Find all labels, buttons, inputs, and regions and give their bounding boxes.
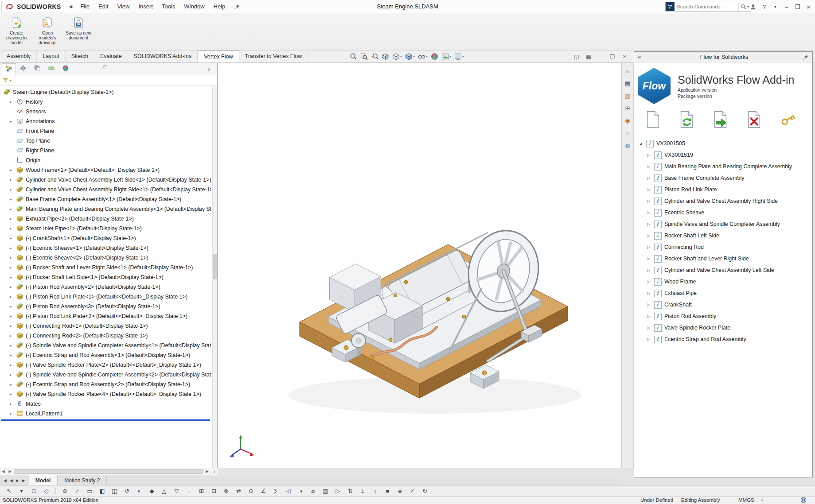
- feature-tree-item[interactable]: ▸LocalLPattern1: [0, 409, 211, 419]
- open-models-drawings-button[interactable]: Open models's drawings: [33, 16, 62, 45]
- last-study-tab-icon[interactable]: ▶: [22, 478, 25, 483]
- restore-button[interactable]: ❒: [792, 0, 803, 13]
- tab-featuremanager-design-tree[interactable]: [2, 63, 16, 75]
- help-icon[interactable]: ?: [759, 0, 770, 13]
- flow-tree-item[interactable]: ▷iCrankShaft: [634, 299, 812, 310]
- flow-tree-item[interactable]: ▷iExhuast Pipe: [634, 287, 812, 299]
- viewport-close-icon[interactable]: ×: [620, 54, 628, 60]
- draft-analysis-icon[interactable]: ▷: [332, 487, 343, 496]
- feature-tree-item[interactable]: ▸(-) Piston Rod Link Plate<1> (Default<<…: [0, 292, 211, 302]
- expand-arrow-icon[interactable]: ▸: [10, 256, 16, 260]
- assembly-features-icon[interactable]: ◆: [146, 487, 157, 496]
- expand-arrow-icon[interactable]: ▷: [646, 256, 651, 261]
- expand-arrow-icon[interactable]: ▸: [10, 236, 16, 240]
- custom-properties-icon[interactable]: ≡: [623, 128, 632, 138]
- select-tool-icon[interactable]: ↖: [4, 487, 15, 496]
- flow-tree-item[interactable]: ▷iRocker Shaft Left Side: [634, 230, 812, 241]
- display-style-caret-icon[interactable]: ▾: [413, 54, 415, 58]
- expand-arrow-icon[interactable]: ▸: [10, 343, 16, 348]
- menu-window[interactable]: Window: [179, 0, 209, 13]
- feature-tree-item[interactable]: ▸(-) Rocker Shaft and Lever Right Side<1…: [0, 263, 211, 272]
- expand-arrow-icon[interactable]: ▸: [10, 402, 16, 406]
- filter-caret-icon[interactable]: ▾: [10, 78, 12, 82]
- scroll-right-end-icon[interactable]: ▶: [204, 469, 211, 473]
- expand-arrow-icon[interactable]: ▷: [646, 199, 651, 203]
- feature-tree-item[interactable]: ▸Mates: [0, 399, 211, 409]
- flow-tree-item[interactable]: ▷iPiston Rod Link Plate: [634, 184, 812, 195]
- panel-collapse-icon[interactable]: «: [638, 54, 646, 60]
- flow-tree-item[interactable]: ▷iWood Frame: [634, 276, 812, 287]
- expanded-arrow-icon[interactable]: ◢: [638, 141, 643, 146]
- search-commands-box[interactable]: ▾: [665, 2, 751, 12]
- expand-arrow-icon[interactable]: ▸: [10, 314, 16, 318]
- sensor-tool-icon[interactable]: ◑: [295, 487, 306, 496]
- expand-arrow-icon[interactable]: ▸: [10, 372, 16, 377]
- rotate-component-icon[interactable]: ↺: [121, 487, 133, 496]
- expand-arrow-icon[interactable]: ▸: [10, 382, 16, 387]
- feature-tree-item[interactable]: ▸Steam Inlet Pipe<1> (Default<Display St…: [0, 224, 211, 233]
- previous-view-icon[interactable]: [371, 53, 378, 60]
- expand-arrow-icon[interactable]: ▷: [646, 326, 651, 330]
- tab-assembly[interactable]: Assembly: [1, 50, 37, 62]
- selection-filter-toggle-icon[interactable]: ◇: [41, 487, 52, 496]
- solidworks-resources-icon[interactable]: ⌂: [623, 66, 632, 76]
- undercut-analysis-icon[interactable]: ⇅: [345, 487, 356, 496]
- expand-arrow-icon[interactable]: ▸: [10, 178, 16, 182]
- expand-arrow-icon[interactable]: ▸: [10, 324, 16, 328]
- viewport-minimize-icon[interactable]: –: [597, 54, 604, 60]
- flow-tree-root[interactable]: ◢iVX3001505: [634, 138, 812, 149]
- symmetry-check-icon[interactable]: ↕: [370, 487, 381, 496]
- display-style-icon[interactable]: ▾: [405, 53, 415, 60]
- new-motion-study-icon[interactable]: ▽: [171, 487, 182, 496]
- feature-panel-hscrollbar[interactable]: ◀ ▶ ▶ ›: [0, 468, 218, 475]
- expand-arrow-icon[interactable]: ▷: [646, 268, 651, 272]
- expand-arrow-icon[interactable]: ▸: [10, 246, 16, 250]
- tree-filter-row[interactable]: ▾: [0, 75, 217, 86]
- expand-arrow-icon[interactable]: ▸: [10, 411, 16, 416]
- next-study-tab-icon[interactable]: ▶: [16, 478, 19, 483]
- hscrollbar-thumb[interactable]: [14, 469, 203, 474]
- feature-tree-item[interactable]: ▸(-) Ecentric Strap and Rod Assembly<1> …: [0, 350, 211, 360]
- feature-tree-item[interactable]: ▸(-) Piston Rod Assembly<2> (Default<Dis…: [0, 282, 211, 292]
- scroll-right-icon[interactable]: ▶: [7, 469, 13, 473]
- solidworks-forum-icon[interactable]: ◍: [623, 141, 632, 150]
- expand-arrow-icon[interactable]: ▸: [10, 119, 16, 124]
- expand-arrow-icon[interactable]: ▷: [646, 222, 651, 226]
- expand-arrow-icon[interactable]: ▸: [10, 333, 16, 338]
- explode-line-sketch-icon[interactable]: ⊟: [208, 487, 219, 496]
- expand-arrow-icon[interactable]: ▸: [10, 392, 16, 396]
- feature-tree-item[interactable]: ▸(-) Ecentric Sheave<1> (Default<Display…: [0, 243, 211, 253]
- feature-tree-scrollbar[interactable]: [212, 86, 217, 468]
- expand-arrow-icon[interactable]: ▷: [646, 245, 651, 249]
- expand-arrow-icon[interactable]: ▷: [646, 291, 651, 295]
- compare-documents-icon[interactable]: ◈: [394, 487, 406, 496]
- feature-tree-item[interactable]: ▸(-) Spindle Valve and Spindle Completer…: [0, 341, 211, 350]
- feature-tree-item[interactable]: ▸(-) Piston Rod Assembly<3> (Default<Dis…: [0, 302, 211, 311]
- flow-tree-item[interactable]: ▷iBase Frame Complete Assembly: [634, 172, 812, 184]
- graphics-viewport[interactable]: [218, 63, 621, 468]
- expand-arrow-icon[interactable]: ▸: [10, 187, 16, 192]
- parting-line-analysis-icon[interactable]: ±: [357, 487, 368, 496]
- tab-transfer-to-vertex-flow[interactable]: Transfer to Vertex Flow: [239, 50, 308, 62]
- rollback-bar[interactable]: [1, 419, 210, 421]
- tab-dimxpertmanager[interactable]: [44, 63, 58, 75]
- feature-tree-item[interactable]: ▸(-) Connecting Rod<1> (Default<Display …: [0, 321, 211, 331]
- units-caret-icon[interactable]: ▾: [761, 498, 763, 502]
- view-orientation-caret-icon[interactable]: ▾: [400, 54, 402, 58]
- feature-tree-item[interactable]: ▸(-) Valve Spindle Rocker Plate<2> (Defa…: [0, 360, 211, 370]
- feature-tree-item[interactable]: ▸(-) Spindle Valve and Spindle Completer…: [0, 370, 211, 380]
- feature-tree-item[interactable]: Sensors: [0, 107, 211, 116]
- expand-arrow-icon[interactable]: ▷: [646, 153, 651, 157]
- flow-tree-item[interactable]: ▷iEcentric Sheave: [634, 207, 812, 218]
- tab-propertymanager[interactable]: [16, 63, 30, 75]
- hole-alignment-icon[interactable]: ⊙: [246, 487, 257, 496]
- smart-fasteners-icon[interactable]: ◧: [97, 487, 108, 496]
- feature-tree-root[interactable]: Steam Engine (Default<Display State-1>): [0, 87, 211, 97]
- expand-arrow-icon[interactable]: ▷: [646, 176, 651, 180]
- previous-study-tab-icon[interactable]: ◀: [10, 478, 13, 483]
- update-speedpak-icon[interactable]: ↻: [419, 487, 430, 496]
- feature-tree-item[interactable]: ▸Wood Frame<1> (Default<<Default>_Displa…: [0, 165, 211, 175]
- expand-arrow-icon[interactable]: ▸: [10, 197, 16, 202]
- view-settings-caret-icon[interactable]: ▾: [462, 54, 464, 58]
- tab-sketch[interactable]: Sketch: [66, 50, 94, 62]
